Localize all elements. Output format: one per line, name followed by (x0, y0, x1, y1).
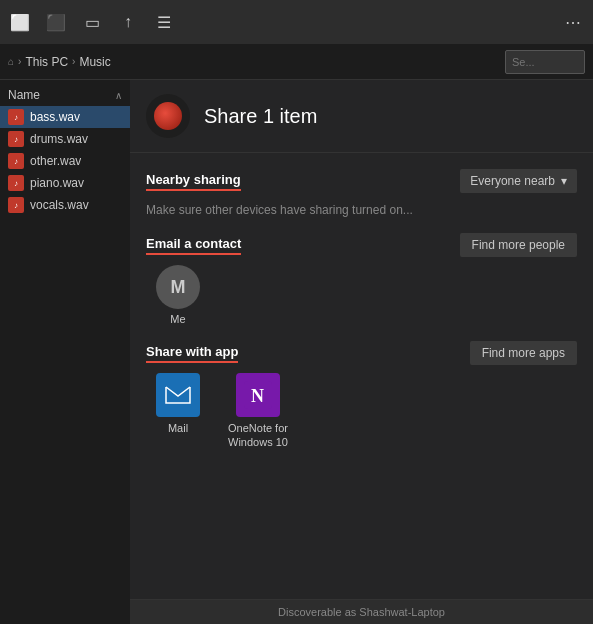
nearby-hint: Make sure other devices have sharing tur… (146, 203, 577, 217)
file-name-drums: drums.wav (30, 132, 88, 146)
breadcrumb-bar: ⌂ › This PC › Music (0, 44, 593, 80)
file-icon-other: ♪ (8, 153, 24, 169)
breadcrumb-home-icon: ⌂ (8, 56, 14, 67)
nearby-section-title: Nearby sharing (146, 172, 241, 191)
breadcrumb-this-pc[interactable]: This PC (25, 55, 68, 69)
file-name-vocals: vocals.wav (30, 198, 89, 212)
nearby-dropdown-label: Everyone nearb (470, 174, 555, 188)
toolbar-icon-4[interactable]: ↑ (118, 12, 138, 32)
apps-row: Mail N OneNote for Windows 10 (146, 373, 577, 450)
sidebar-column-name: Name (8, 88, 40, 102)
app-section-title: Share with app (146, 344, 238, 363)
share-title: Share 1 item (204, 105, 317, 128)
share-file-icon (146, 94, 190, 138)
contact-label-me: Me (170, 313, 185, 325)
search-box[interactable] (505, 50, 585, 74)
toolbar-icon-1[interactable]: ⬜ (10, 12, 30, 32)
nearby-dropdown[interactable]: Everyone nearb ▾ (460, 169, 577, 193)
onenote-app-icon: N (236, 373, 280, 417)
app-section: Share with app Find more apps Mail (146, 341, 577, 450)
file-icon-bass: ♪ (8, 109, 24, 125)
share-header: Share 1 item (130, 80, 593, 153)
app-item-mail[interactable]: Mail (146, 373, 210, 450)
app-section-header: Share with app Find more apps (146, 341, 577, 365)
breadcrumb-sep-2: › (72, 56, 75, 67)
onenote-app-label: OneNote for Windows 10 (226, 421, 290, 450)
email-section: Email a contact Find more people M Me (146, 233, 577, 325)
file-icon-vocals: ♪ (8, 197, 24, 213)
contact-avatar-me[interactable]: M (156, 265, 200, 309)
toolbar-icon-5[interactable]: ☰ (154, 12, 174, 32)
file-item-vocals[interactable]: ♪ vocals.wav (0, 194, 130, 216)
file-icon-piano: ♪ (8, 175, 24, 191)
file-name-piano: piano.wav (30, 176, 84, 190)
find-more-apps-button[interactable]: Find more apps (470, 341, 577, 365)
find-more-people-button[interactable]: Find more people (460, 233, 577, 257)
toolbar-icon-3[interactable]: ▭ (82, 12, 102, 32)
share-body: Nearby sharing Everyone nearb ▾ Make sur… (130, 153, 593, 599)
breadcrumb-music[interactable]: Music (79, 55, 110, 69)
email-section-title: Email a contact (146, 236, 241, 255)
sidebar: Name ∧ ♪ bass.wav ♪ drums.wav ♪ other.wa… (0, 80, 130, 624)
file-item-piano[interactable]: ♪ piano.wav (0, 172, 130, 194)
file-item-drums[interactable]: ♪ drums.wav (0, 128, 130, 150)
contact-me[interactable]: M Me (146, 265, 210, 325)
nearby-section-header: Nearby sharing Everyone nearb ▾ (146, 169, 577, 193)
file-name-bass: bass.wav (30, 110, 80, 124)
share-footer: Discoverable as Shashwat-Laptop (130, 599, 593, 624)
toolbar-icon-more[interactable]: ⋯ (563, 12, 583, 32)
toolbar-icon-2[interactable]: ⬛ (46, 12, 66, 32)
breadcrumb-sep-1: › (18, 56, 21, 67)
file-name-other: other.wav (30, 154, 81, 168)
file-item-other[interactable]: ♪ other.wav (0, 150, 130, 172)
email-section-header: Email a contact Find more people (146, 233, 577, 257)
svg-rect-0 (165, 385, 191, 405)
search-input[interactable] (512, 56, 578, 68)
nearby-dropdown-chevron-icon: ▾ (561, 174, 567, 188)
nearby-sharing-section: Nearby sharing Everyone nearb ▾ Make sur… (146, 169, 577, 217)
sidebar-header: Name ∧ (0, 84, 130, 106)
mail-app-icon (156, 373, 200, 417)
main-layout: Name ∧ ♪ bass.wav ♪ drums.wav ♪ other.wa… (0, 80, 593, 624)
file-icon-drums: ♪ (8, 131, 24, 147)
mail-app-label: Mail (168, 421, 188, 435)
share-panel: Share 1 item Nearby sharing Everyone nea… (130, 80, 593, 624)
discoverable-text: Discoverable as Shashwat-Laptop (278, 606, 445, 618)
sidebar-sort-icon[interactable]: ∧ (115, 90, 122, 101)
app-item-onenote[interactable]: N OneNote for Windows 10 (226, 373, 290, 450)
toolbar: ⬜ ⬛ ▭ ↑ ☰ ⋯ (0, 0, 593, 44)
svg-text:N: N (251, 386, 264, 406)
share-file-icon-inner (154, 102, 182, 130)
file-item-bass[interactable]: ♪ bass.wav (0, 106, 130, 128)
